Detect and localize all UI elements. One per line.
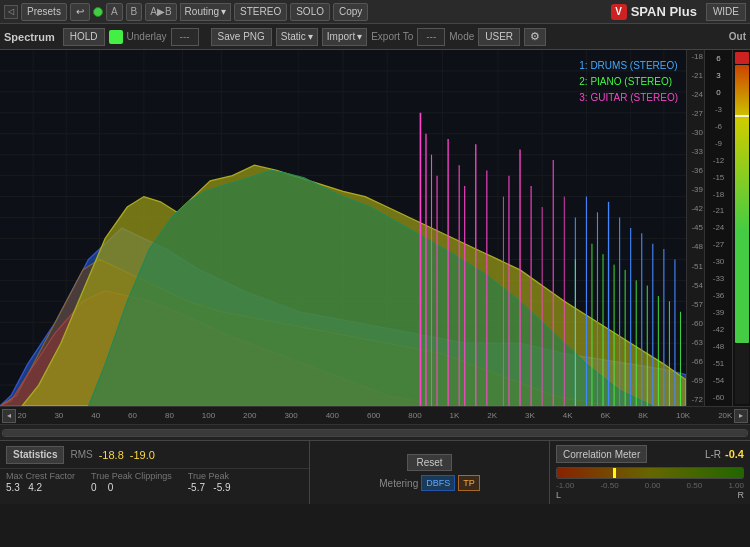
top-bar: ◁ Presets ↩ A B A▶B Routing ▾ STEREO SOL… (0, 0, 750, 24)
hold-button[interactable]: HOLD (63, 28, 105, 46)
rms-value2: -19.0 (130, 449, 155, 461)
app-title: V SPAN Plus (611, 4, 697, 20)
corr-marker (613, 468, 616, 478)
second-bar: Spectrum HOLD Underlay --- Save PNG Stat… (0, 24, 750, 50)
correlation-panel: Correlation Meter L-R -0.4 -1.00 -0.50 0… (550, 441, 750, 504)
main-area: 1: DRUMS (STEREO) 2: PIANO (STEREO) 3: G… (0, 50, 750, 440)
legend: 1: DRUMS (STEREO) 2: PIANO (STEREO) 3: G… (579, 58, 678, 106)
import-dropdown[interactable]: Import ▾ (322, 28, 367, 46)
statistics-tab[interactable]: Statistics (6, 446, 64, 464)
scroll-bar[interactable] (0, 424, 750, 440)
legend-item-2: 2: PIANO (STEREO) (579, 74, 678, 90)
rms-label: RMS (70, 449, 92, 460)
dbfs-button[interactable]: DBFS (421, 475, 455, 491)
corr-value-area: L-R -0.4 (705, 448, 744, 460)
spectrum-display[interactable]: 1: DRUMS (STEREO) 2: PIANO (STEREO) 3: G… (0, 50, 686, 406)
a-button[interactable]: A (106, 3, 123, 21)
correlation-meter-bar (556, 467, 744, 479)
max-crest-item: Max Crest Factor 5.3 4.2 (6, 471, 75, 493)
ab-button[interactable]: A▶B (145, 3, 176, 21)
led-indicator (93, 7, 103, 17)
underlay-selector[interactable]: --- (171, 28, 199, 46)
corr-scale: -1.00 -0.50 0.00 0.50 1.00 (556, 481, 744, 490)
undo-btn[interactable]: ↩ (70, 3, 90, 21)
export-to-label: Export To (371, 31, 413, 42)
metering-controls: Metering DBFS TP (379, 475, 479, 491)
corr-header: Correlation Meter L-R -0.4 (556, 445, 744, 463)
correlation-tab[interactable]: Correlation Meter (556, 445, 647, 463)
true-peak-item: True Peak -5.7 -5.9 (188, 471, 231, 493)
export-selector[interactable]: --- (417, 28, 445, 46)
mode-label: Mode (449, 31, 474, 42)
save-png-button[interactable]: Save PNG (211, 28, 272, 46)
undo-icon[interactable]: ◁ (4, 5, 18, 19)
metering-panel: Reset Metering DBFS TP (310, 441, 550, 504)
rms-value1: -18.8 (99, 449, 124, 461)
stereo-button[interactable]: STEREO (234, 3, 287, 21)
solo-button[interactable]: SOLO (290, 3, 330, 21)
freq-labels: 20 30 40 60 80 100 200 300 400 600 800 1… (16, 411, 735, 420)
freq-axis: ◂ 20 30 40 60 80 100 200 300 400 600 800… (0, 406, 750, 424)
legend-item-3: 3: GUITAR (STEREO) (579, 90, 678, 106)
db-scale: -18 -21 -24 -27 -30 -33 -36 -39 -42 -45 … (686, 50, 704, 406)
b-button[interactable]: B (126, 3, 143, 21)
true-peak-clippings-item: True Peak Clippings 0 0 (91, 471, 172, 493)
static-dropdown[interactable]: Static ▾ (276, 28, 318, 46)
wide-button[interactable]: WIDE (706, 3, 746, 21)
vu-bar-display (732, 50, 750, 406)
user-mode-button[interactable]: USER (478, 28, 520, 46)
app-logo: V (611, 4, 627, 20)
legend-item-1: 1: DRUMS (STEREO) (579, 58, 678, 74)
lr-label: L-R (705, 449, 721, 460)
statistics-panel: Statistics RMS -18.8 -19.0 Max Crest Fac… (0, 441, 310, 504)
routing-button[interactable]: Routing ▾ (180, 3, 231, 21)
out-label: Out (729, 31, 746, 42)
vu-meter: 6 3 0 -3 -6 -9 -12 -15 -18 -21 -24 -27 -… (704, 50, 732, 406)
copy-button[interactable]: Copy (333, 3, 368, 21)
stats-body: Max Crest Factor 5.3 4.2 True Peak Clipp… (0, 469, 309, 495)
corr-gradient (557, 468, 743, 478)
bottom-bar: Statistics RMS -18.8 -19.0 Max Crest Fac… (0, 440, 750, 504)
reset-button[interactable]: Reset (407, 454, 451, 471)
presets-button[interactable]: Presets (21, 3, 67, 21)
corr-value: -0.4 (725, 448, 744, 460)
lr-ends: L R (556, 490, 744, 500)
scroll-right[interactable]: ▸ (734, 409, 748, 423)
stats-header: Statistics RMS -18.8 -19.0 (0, 441, 309, 469)
active-led[interactable] (109, 30, 123, 44)
settings-button[interactable]: ⚙ (524, 28, 546, 46)
spectrum-label: Spectrum (4, 31, 55, 43)
scroll-left[interactable]: ◂ (2, 409, 16, 423)
underlay-label: Underlay (127, 31, 167, 42)
tp-button[interactable]: TP (458, 475, 480, 491)
metering-label: Metering (379, 478, 418, 489)
